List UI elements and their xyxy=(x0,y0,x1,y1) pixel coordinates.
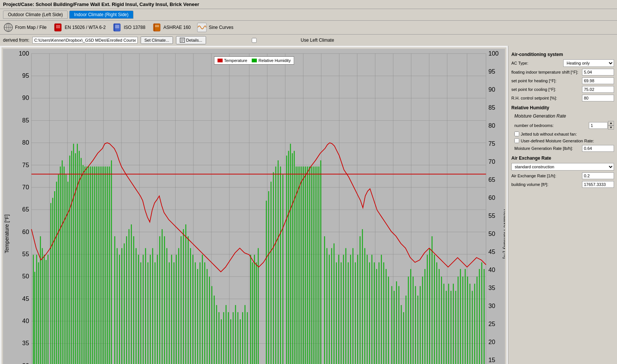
svg-text:50: 50 xyxy=(22,273,29,279)
svg-rect-314 xyxy=(446,291,447,364)
svg-rect-186 xyxy=(143,255,144,364)
svg-text:25: 25 xyxy=(488,320,495,327)
book2-icon xyxy=(112,22,122,33)
svg-rect-190 xyxy=(152,248,153,364)
floating-temp-row: floating indoor temperature shift [°F]: xyxy=(511,69,614,76)
svg-rect-214 xyxy=(209,276,210,364)
right-panel: Air-conditioning system AC Type: Heating… xyxy=(508,46,617,364)
cooling-setpoint-input[interactable] xyxy=(582,86,614,93)
toolbar-from-map[interactable]: From Map / File xyxy=(3,22,47,33)
svg-rect-153 xyxy=(73,144,74,364)
details-button[interactable]: Details... xyxy=(176,36,206,44)
title-text: Project/Case: School Building/Frame Wall… xyxy=(3,2,199,7)
toolbar-en15026[interactable]: EN 15026 / WTA 6-2 xyxy=(53,22,106,33)
svg-rect-244 xyxy=(286,156,287,364)
svg-rect-302 xyxy=(417,296,418,364)
svg-rect-141 xyxy=(50,203,52,364)
svg-rect-221 xyxy=(226,305,227,364)
svg-rect-276 xyxy=(355,262,356,364)
set-climate-button[interactable]: Set Climate... xyxy=(141,36,173,44)
svg-rect-297 xyxy=(406,296,407,364)
building-volume-input[interactable] xyxy=(582,181,614,188)
svg-rect-195 xyxy=(164,236,165,364)
svg-text:45: 45 xyxy=(488,248,495,255)
bedrooms-increment[interactable]: ▲ xyxy=(608,121,614,125)
svg-text:80: 80 xyxy=(22,139,29,146)
svg-rect-193 xyxy=(159,236,161,364)
user-defined-row: User-defined Moisture Generation Rate: xyxy=(514,138,614,143)
moisture-rate-input[interactable] xyxy=(582,145,614,152)
svg-rect-133 xyxy=(34,272,35,364)
svg-text:30: 30 xyxy=(22,362,29,364)
air-exchange-rate-input[interactable] xyxy=(582,172,614,179)
svg-rect-191 xyxy=(155,262,156,364)
building-volume-label: building volume [ft³]: xyxy=(511,182,581,187)
bedrooms-decrement[interactable]: ▼ xyxy=(608,125,614,130)
heating-setpoint-input[interactable] xyxy=(582,77,614,84)
svg-rect-234 xyxy=(256,262,257,364)
svg-rect-154 xyxy=(75,153,76,364)
air-exchange-type-select[interactable]: standard construction tight construction… xyxy=(511,163,614,171)
svg-rect-271 xyxy=(343,255,344,364)
tab-outdoor[interactable]: Outdoor Climate (Left Side) xyxy=(3,11,68,19)
svg-text:35: 35 xyxy=(488,284,495,291)
humidity-legend-icon xyxy=(252,59,257,62)
heating-setpoint-label: set point for heating [°F]: xyxy=(511,79,581,83)
svg-rect-253 xyxy=(303,166,304,364)
tab-bar: Outdoor Climate (Left Side) Indoor Clima… xyxy=(0,9,617,21)
svg-rect-256 xyxy=(309,166,310,364)
svg-rect-258 xyxy=(313,166,314,364)
wave-icon xyxy=(197,22,207,33)
toolbar-iso13788[interactable]: ISO 13788 xyxy=(112,22,145,33)
svg-rect-330 xyxy=(484,269,485,364)
use-left-climate-checkbox[interactable] xyxy=(209,38,299,43)
svg-rect-143 xyxy=(54,191,55,364)
svg-rect-321 xyxy=(462,276,464,364)
svg-rect-188 xyxy=(147,262,149,364)
svg-rect-303 xyxy=(420,286,421,364)
rh-control-input[interactable] xyxy=(582,95,614,101)
svg-rect-219 xyxy=(221,319,222,364)
svg-rect-267 xyxy=(334,243,335,364)
svg-rect-146 xyxy=(60,166,61,364)
toolbar-from-map-label: From Map / File xyxy=(15,25,47,30)
tab-indoor[interactable]: Indoor Climate (Right Side) xyxy=(69,11,133,19)
svg-rect-230 xyxy=(247,312,248,364)
svg-rect-180 xyxy=(129,229,130,364)
book-icon xyxy=(53,22,63,33)
svg-rect-291 xyxy=(391,286,393,364)
svg-text:50: 50 xyxy=(488,230,495,237)
jetted-tub-row: Jetted tub without exhaust fan: xyxy=(514,131,614,136)
air-exchange-rate-row: Air Exchange Rate [1/h]: xyxy=(511,172,614,179)
svg-rect-227 xyxy=(240,319,241,364)
doc-icon xyxy=(152,22,162,33)
svg-rect-266 xyxy=(331,248,332,364)
svg-rect-24 xyxy=(252,59,257,62)
floating-temp-input[interactable] xyxy=(582,69,614,76)
bedrooms-input[interactable] xyxy=(589,122,608,129)
svg-text:65: 65 xyxy=(22,206,29,213)
svg-rect-165 xyxy=(96,166,97,364)
svg-rect-196 xyxy=(167,248,168,364)
toolbar-ashrae-label: ASHRAE 160 xyxy=(164,25,191,30)
svg-rect-176 xyxy=(119,255,120,364)
toolbar-ashrae[interactable]: ASHRAE 160 xyxy=(152,22,191,33)
svg-rect-268 xyxy=(336,262,337,364)
ac-type-select[interactable]: Heating only Cooling only Heating and Co… xyxy=(563,59,614,67)
svg-text:85: 85 xyxy=(22,117,29,124)
toolbar-sine[interactable]: Sine Curves xyxy=(197,22,233,33)
user-defined-checkbox[interactable] xyxy=(514,138,519,143)
svg-text:35: 35 xyxy=(22,340,29,346)
svg-rect-213 xyxy=(207,269,208,364)
globe-icon xyxy=(3,22,14,33)
svg-text:60: 60 xyxy=(488,194,495,201)
svg-rect-212 xyxy=(204,262,205,364)
jetted-tub-checkbox[interactable] xyxy=(514,131,519,136)
derived-path-input[interactable] xyxy=(32,37,138,44)
svg-rect-162 xyxy=(90,166,91,364)
title-bar: Project/Case: School Building/Frame Wall… xyxy=(0,0,617,9)
svg-text:75: 75 xyxy=(22,161,29,168)
svg-rect-208 xyxy=(195,262,196,364)
svg-rect-255 xyxy=(307,166,308,364)
svg-rect-292 xyxy=(394,291,395,364)
